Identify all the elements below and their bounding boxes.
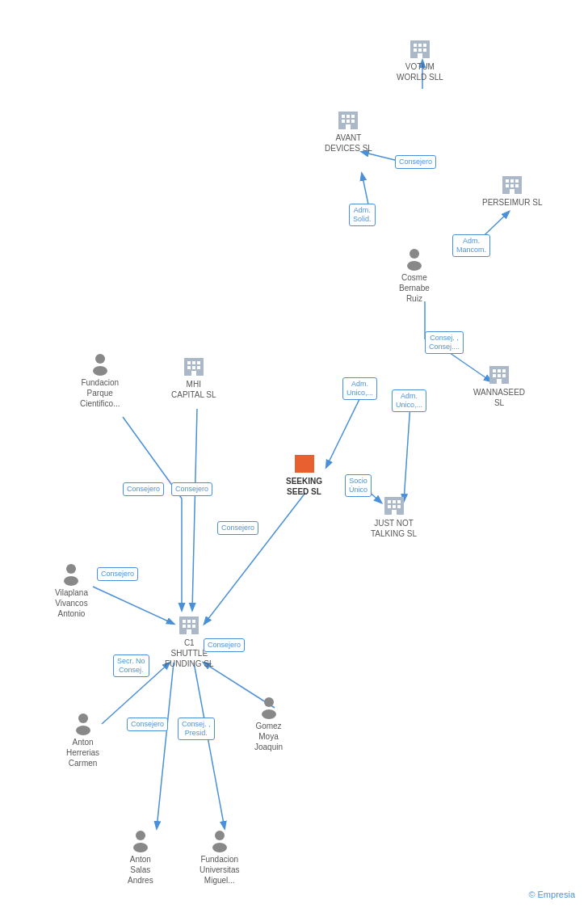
svg-point-78 (66, 564, 76, 574)
svg-rect-22 (414, 48, 417, 52)
consejero-vila-badge: Consejero (97, 567, 138, 581)
svg-rect-64 (388, 505, 391, 508)
vilaplana-label: Vilaplana Vivancos Antonio (55, 587, 88, 619)
svg-point-43 (407, 261, 422, 271)
gomez-moya-node[interactable]: Gomez Moya Joaquin (254, 695, 283, 752)
person-icon (208, 828, 232, 852)
brand-label: © Empresia (528, 890, 575, 899)
svg-rect-40 (515, 184, 519, 187)
cosme-node[interactable]: Cosme Bernabe Ruiz (399, 246, 430, 304)
svg-rect-71 (187, 361, 191, 364)
consejero-badge-1: Consejero (395, 155, 436, 169)
svg-rect-65 (393, 505, 396, 508)
wannaseed-label: WANNASEED SL (473, 387, 525, 408)
building-icon (181, 351, 207, 377)
svg-rect-59 (302, 468, 307, 473)
building-icon (407, 34, 433, 60)
svg-rect-73 (197, 361, 200, 364)
consejero-seeking-badge: Consejero (217, 521, 258, 535)
svg-rect-66 (397, 505, 401, 508)
seeking-node[interactable]: SEEKING SEED SL (286, 448, 322, 497)
svg-rect-46 (498, 369, 501, 372)
cosme-label: Cosme Bernabe Ruiz (399, 272, 430, 304)
svg-point-88 (78, 713, 88, 723)
svg-rect-62 (393, 500, 396, 503)
person-icon (257, 695, 281, 719)
just-not-node[interactable]: JUST NOT TALKING SL (371, 490, 417, 539)
svg-rect-56 (298, 463, 301, 466)
fundacion-node[interactable]: Fundacion Parque Cientifico... (80, 351, 120, 409)
gomez-moya-label: Gomez Moya Joaquin (254, 721, 283, 752)
svg-rect-31 (346, 120, 350, 123)
svg-rect-32 (351, 120, 355, 123)
svg-rect-23 (418, 48, 422, 52)
svg-rect-82 (187, 620, 191, 623)
svg-rect-77 (191, 371, 196, 376)
svg-rect-50 (502, 374, 506, 377)
main-building-icon (292, 448, 317, 474)
svg-rect-81 (183, 620, 186, 623)
mhi-node[interactable]: MHI CAPITAL SL (171, 351, 216, 400)
svg-line-11 (93, 587, 174, 624)
svg-rect-38 (506, 184, 509, 187)
anton-salas-node[interactable]: Anton Salas Andres (128, 828, 153, 886)
svg-point-95 (212, 843, 227, 852)
svg-rect-33 (346, 124, 351, 129)
svg-rect-47 (502, 369, 506, 372)
adm-unico2-badge: Adm. Unico,... (392, 389, 426, 412)
svg-rect-39 (510, 184, 514, 187)
perseimur-label: PERSEIMUR SL (482, 197, 542, 208)
svg-rect-63 (397, 500, 401, 503)
person-icon (71, 711, 95, 735)
person-icon (88, 351, 112, 376)
svg-line-10 (192, 409, 197, 610)
perseimur-node[interactable]: PERSEIMUR SL (482, 170, 542, 208)
svg-rect-74 (187, 366, 191, 369)
votum-node[interactable]: VOTUM WORLD SLL (397, 34, 443, 82)
svg-rect-45 (493, 369, 496, 372)
svg-rect-58 (308, 463, 311, 466)
svg-rect-30 (342, 120, 345, 123)
svg-point-91 (262, 709, 276, 719)
svg-rect-53 (298, 458, 301, 461)
svg-rect-35 (506, 179, 509, 183)
adm-mancom-badge: Adm. Mancom. (452, 234, 490, 257)
seeking-label: SEEKING SEED SL (286, 476, 322, 497)
svg-point-69 (93, 366, 107, 376)
svg-rect-37 (515, 179, 519, 183)
consejero-mhi-badge: Consejero (171, 482, 212, 496)
just-not-label: JUST NOT TALKING SL (371, 518, 417, 539)
consej-presid-badge: Consej. , Presid. (178, 718, 215, 740)
svg-point-92 (136, 831, 145, 840)
svg-rect-57 (303, 463, 306, 466)
svg-rect-67 (392, 510, 397, 515)
adm-unico1-badge: Adm. Unico,... (342, 377, 377, 400)
mhi-label: MHI CAPITAL SL (171, 379, 216, 400)
avant-node[interactable]: AVANT DEVICES SL (325, 105, 372, 154)
svg-rect-24 (423, 48, 426, 52)
svg-line-12 (204, 493, 305, 624)
svg-line-5 (326, 396, 361, 467)
svg-line-16 (194, 663, 225, 828)
avant-label: AVANT DEVICES SL (325, 133, 372, 154)
building-icon (486, 360, 512, 385)
secr-consej-badge: Secr. No Consej. (113, 654, 149, 677)
vilaplana-node[interactable]: Vilaplana Vivancos Antonio (55, 562, 88, 619)
svg-rect-25 (418, 53, 422, 58)
svg-rect-19 (414, 44, 417, 47)
svg-line-6 (404, 404, 410, 501)
svg-rect-27 (342, 115, 345, 118)
consej-consej-badge: Consej. , Consej.... (425, 331, 464, 354)
svg-rect-55 (308, 458, 311, 461)
svg-rect-75 (192, 366, 195, 369)
svg-point-68 (95, 354, 105, 364)
svg-rect-72 (192, 361, 195, 364)
fundacion-univ-label: Fundacion Universitas Miguel... (200, 854, 239, 886)
svg-rect-84 (183, 625, 186, 628)
anton-herrerias-node[interactable]: Anton Herrerias Carmen (66, 711, 99, 768)
svg-point-42 (410, 249, 419, 259)
wannaseed-node[interactable]: WANNASEED SL (473, 360, 525, 408)
svg-rect-29 (351, 115, 355, 118)
building-icon (335, 105, 361, 131)
fundacion-univ-node[interactable]: Fundacion Universitas Miguel... (200, 828, 239, 886)
